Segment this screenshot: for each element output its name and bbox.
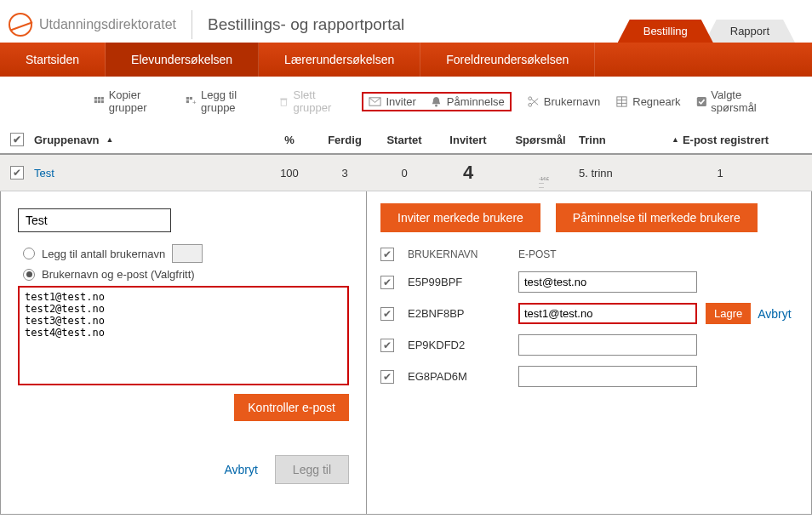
row-checkbox[interactable] [10, 166, 24, 180]
svg-rect-2 [101, 96, 104, 99]
check-icon [696, 95, 707, 108]
radio-epost[interactable] [23, 269, 35, 281]
left-panel: Legg til antall brukernavn Brukernavn og… [1, 191, 367, 514]
trash-icon [278, 95, 289, 108]
select-all-users-checkbox[interactable] [380, 248, 394, 261]
logo: Utdanningsdirektoratet [9, 13, 176, 37]
toolbar: Kopier grupper + Legg til gruppe Slett g… [0, 77, 812, 126]
col-epost-registrert[interactable]: ▲E-post registrert [638, 134, 802, 146]
tool-kopier-label: Kopier grupper [109, 88, 171, 114]
tool-inviter[interactable]: Inviter [369, 95, 415, 108]
highlight-inviter-paminnelse: Inviter Påminnelse [362, 92, 511, 111]
user-email-input[interactable] [518, 366, 697, 387]
row-name[interactable]: Test [34, 167, 264, 180]
radio-antall[interactable] [23, 248, 35, 259]
inviter-merkede-button[interactable]: Inviter merkede brukere [380, 203, 540, 232]
user-username: EG8PAD6M [408, 370, 510, 383]
user-checkbox[interactable] [380, 276, 394, 289]
grid-icon [94, 95, 105, 108]
col-sporsmal[interactable]: Spørsmål [502, 134, 579, 146]
svg-rect-3 [94, 100, 97, 102]
brand-text: Utdanningsdirektoratet [39, 17, 176, 32]
user-email-input-editing[interactable] [518, 303, 697, 324]
user-row: E5P99BPF [380, 266, 798, 298]
group-row[interactable]: Test 100 3 0 4 5. trinn 1 [0, 155, 812, 191]
tool-brukernavn-label: Brukernavn [544, 95, 600, 108]
group-name-input[interactable] [18, 208, 171, 232]
row-trinn: 5. trinn [579, 167, 638, 180]
kontroller-epost-button[interactable]: Kontroller e-post [234, 394, 349, 421]
col-startet[interactable]: Startet [375, 134, 434, 146]
tool-brukernavn[interactable]: Brukernavn [527, 95, 600, 108]
legg-til-button[interactable]: Legg til [275, 455, 349, 484]
svg-rect-4 [98, 100, 100, 102]
emails-textarea[interactable] [20, 288, 347, 381]
column-headers: Gruppenavn % Ferdig Startet Invitert Spø… [0, 126, 812, 155]
tool-regneark[interactable]: Regneark [615, 95, 680, 108]
radio-epost-label: Brukernavn og e-post (Valgfritt) [42, 268, 195, 281]
tab-rapport[interactable]: Rapport [705, 20, 795, 43]
svg-point-13 [435, 104, 437, 106]
header: Utdanningsdirektoratet Bestillings- og r… [0, 0, 812, 43]
user-list-header: BRUKERNAVN E-POST [380, 242, 798, 266]
tab-bestilling[interactable]: Bestilling [618, 20, 713, 43]
svg-rect-10 [281, 100, 286, 105]
row-sporsmal[interactable] [502, 167, 579, 180]
user-checkbox[interactable] [380, 339, 394, 352]
user-checkbox[interactable] [380, 307, 394, 321]
col-percent[interactable]: % [264, 134, 315, 146]
nav-elev[interactable]: Elevundersøkelsen [106, 43, 259, 77]
tool-valgte-label: Valgte spørsmål [711, 88, 778, 114]
grid-plus-icon: + [186, 95, 197, 108]
radio-antall-row[interactable]: Legg til antall brukernavn [23, 244, 349, 263]
avbryt-link-row[interactable]: Avbryt [758, 307, 791, 321]
col-brukernavn-header: BRUKERNAVN [408, 248, 510, 260]
envelope-icon [369, 95, 381, 108]
col-gruppenavn[interactable]: Gruppenavn [34, 134, 264, 146]
detail-panels: Legg til antall brukernavn Brukernavn og… [0, 191, 812, 515]
user-username: E2BNF8BP [408, 307, 510, 320]
col-invitert[interactable]: Invitert [434, 134, 502, 146]
tool-slett-grupper: Slett grupper [278, 88, 347, 114]
user-email-input[interactable] [518, 334, 697, 356]
col-epost-header: E-POST [518, 248, 557, 260]
user-row: EP9KDFD2 [380, 329, 798, 361]
svg-point-14 [529, 96, 532, 100]
col-ferdig[interactable]: Ferdig [315, 134, 375, 146]
tool-legg-til-gruppe[interactable]: + Legg til gruppe [186, 88, 262, 114]
scissors-icon [527, 95, 540, 108]
user-username: EP9KDFD2 [408, 339, 510, 351]
bell-icon [430, 95, 443, 108]
avbryt-link[interactable]: Avbryt [224, 463, 257, 476]
spreadsheet-icon [615, 95, 628, 108]
user-checkbox[interactable] [380, 370, 394, 384]
tool-valgte-sporsmal[interactable]: Valgte spørsmål [696, 88, 778, 114]
right-panel: Inviter merkede brukere Påminnelse til m… [367, 191, 811, 514]
nav-foreldre[interactable]: Foreldreundersøkelsen [420, 43, 595, 77]
portal-title: Bestillings- og rapportportal [208, 15, 404, 34]
svg-rect-11 [280, 98, 287, 100]
row-ferdig: 3 [315, 167, 375, 180]
antall-input[interactable] [172, 244, 203, 263]
select-all-checkbox[interactable] [10, 133, 24, 146]
lagre-button[interactable]: Lagre [706, 303, 751, 324]
tool-slett-label: Slett grupper [294, 88, 347, 114]
svg-rect-20 [696, 96, 706, 105]
user-row: EG8PAD6M [380, 361, 798, 392]
tool-regneark-label: Regneark [632, 95, 680, 108]
logo-icon [9, 13, 32, 37]
nav-startsiden[interactable]: Startsiden [0, 43, 106, 77]
radio-antall-label: Legg til antall brukernavn [42, 248, 165, 260]
tool-inviter-label: Inviter [386, 95, 415, 108]
paminnelse-merkede-button[interactable]: Påminnelse til merkede brukere [556, 203, 758, 232]
header-divider [192, 10, 192, 39]
radio-epost-row[interactable]: Brukernavn og e-post (Valgfritt) [23, 268, 349, 281]
svg-rect-5 [101, 100, 104, 102]
tool-kopier-grupper[interactable]: Kopier grupper [94, 88, 170, 114]
row-invitert: 4 [434, 162, 502, 184]
row-epost-reg: 1 [638, 167, 802, 180]
nav-laerer[interactable]: Lærerundersøkelsen [259, 43, 420, 77]
tool-paminnelse[interactable]: Påminnelse [430, 95, 505, 108]
user-email-input[interactable] [518, 271, 697, 293]
col-trinn[interactable]: Trinn [579, 134, 638, 146]
